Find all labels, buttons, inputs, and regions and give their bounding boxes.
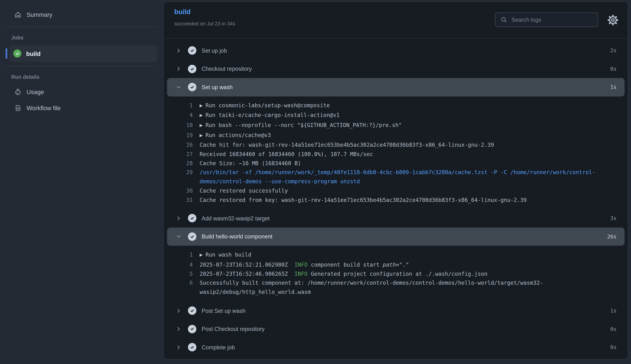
step-duration: 3s	[610, 215, 616, 221]
sidebar-item-label: Workflow file	[27, 104, 61, 111]
step-row[interactable]: Build hello-world component26s	[167, 228, 624, 246]
sidebar-item-usage[interactable]: Usage	[10, 84, 157, 100]
log-line-text: ▶Run cosmonic-labs/setup-wash@composite	[200, 101, 600, 110]
step-name: Post Set up wash	[202, 307, 245, 314]
log-line-number[interactable]: 28	[164, 158, 193, 168]
step-name: Build hello-world component	[202, 233, 272, 240]
step-success-icon	[188, 46, 196, 55]
log-segment: /usr/bin/tar -xf /home/runner/work/_temp…	[200, 169, 595, 184]
step-row[interactable]: Set up wash1s	[167, 78, 624, 96]
log-line-number[interactable]: 1	[164, 250, 193, 259]
log-group-line[interactable]: 4▶Run taiki-e/cache-cargo-install-action…	[164, 111, 600, 120]
stopwatch-icon	[15, 88, 21, 95]
log-segment: Cache hit for: wash-git-rev-14a51ee71ec6…	[200, 142, 494, 148]
log-line-number[interactable]: 29	[164, 168, 193, 177]
step-row[interactable]: Complete job0s	[164, 338, 628, 356]
home-icon	[15, 11, 21, 18]
search-logs-input[interactable]	[511, 16, 593, 24]
sidebar-item-job-build[interactable]: build	[10, 45, 157, 62]
log-segment: component build start	[308, 261, 383, 268]
step-name: Set up job	[202, 47, 227, 54]
step-row[interactable]: Add wasm32-wasip2 target3s	[164, 209, 628, 228]
log-line-text: Cache hit for: wash-git-rev-14a51ee71ec6…	[200, 140, 600, 150]
step-name: Post Checkout repository	[202, 326, 264, 332]
log-line-text: ▶Run actions/cache@v3	[200, 130, 600, 140]
actions-run-page: Summary Jobs build Run details Usage Wor…	[0, 0, 631, 364]
step-success-icon	[188, 214, 196, 222]
run-details-heading: Run details	[0, 70, 163, 84]
log-line-number[interactable]: 27	[164, 150, 193, 159]
chevron-right-icon	[176, 308, 182, 314]
log-segment: Successfully built component at: /home/r…	[200, 280, 543, 295]
log-segment: Cache Size: ~16 MB (16834460 B)	[200, 160, 301, 166]
log-group-line[interactable]: 10▶Run bash --noprofile --norc "${GITHUB…	[164, 120, 600, 130]
step-success-icon	[188, 306, 196, 315]
log-line: 52025-07-23T16:52:46.906265Z INFO Genera…	[164, 269, 600, 278]
chevron-down-icon	[176, 84, 182, 90]
search-icon	[501, 16, 507, 23]
step-logs: 1▶Run cosmonic-labs/setup-wash@composite…	[164, 96, 628, 209]
expand-arrow-icon: ▶	[200, 133, 203, 137]
log-group-line[interactable]: 19▶Run actions/cache@v3	[164, 130, 600, 140]
step-row[interactable]: Set up job2s	[164, 42, 628, 60]
step-success-icon	[188, 343, 196, 352]
step-duration: 0s	[610, 344, 616, 350]
log-line-number[interactable]: 30	[164, 186, 193, 195]
chevron-right-icon	[176, 66, 182, 72]
job-success-icon	[13, 50, 22, 58]
sidebar-item-label: Summary	[27, 11, 52, 18]
log-line-text: 2025-07-23T16:52:46.906265Z INFO Generat…	[200, 269, 600, 278]
step-name: Set up wash	[202, 84, 233, 90]
job-title-link[interactable]: build	[174, 8, 191, 16]
expand-arrow-icon: ▶	[200, 103, 203, 108]
log-segment: Run cosmonic-labs/setup-wash@composite	[206, 102, 330, 108]
log-line-number[interactable]: 19	[164, 130, 193, 140]
sidebar-item-label: Usage	[27, 88, 44, 95]
sidebar-item-workflow-file[interactable]: Workflow file	[10, 100, 157, 116]
chevron-right-icon	[176, 216, 182, 221]
log-line-number[interactable]: 5	[164, 269, 193, 278]
log-segment: ="."	[396, 261, 409, 268]
step-success-icon	[188, 325, 196, 333]
chevron-down-icon	[176, 234, 182, 240]
log-segment: INFO	[294, 261, 308, 268]
log-segment: 2025-07-23T16:52:21.062980Z	[200, 261, 294, 268]
log-group-line[interactable]: 1▶Run cosmonic-labs/setup-wash@composite	[164, 101, 600, 110]
log-settings-button[interactable]	[607, 15, 618, 25]
steps-list: Set up job2sCheckout repository0sSet up …	[164, 38, 628, 356]
log-segment: 2025-07-23T16:52:46.906265Z	[200, 270, 294, 277]
log-line-number[interactable]: 4	[164, 260, 193, 269]
log-line: 29/usr/bin/tar -xf /home/runner/work/_te…	[164, 168, 600, 186]
log-line-number[interactable]: 26	[164, 140, 193, 150]
log-segment: path	[383, 261, 396, 268]
step-row[interactable]: Post Checkout repository0s	[164, 320, 628, 338]
step-row[interactable]: Checkout repository0s	[164, 60, 628, 78]
expand-arrow-icon: ▶	[200, 113, 203, 118]
log-line: 28Cache Size: ~16 MB (16834460 B)	[164, 158, 600, 168]
step-duration: 1s	[610, 308, 616, 314]
log-line-number[interactable]: 1	[164, 101, 193, 110]
chevron-right-icon	[176, 326, 182, 332]
sidebar: Summary Jobs build Run details Usage Wor…	[0, 0, 163, 364]
log-line-number[interactable]: 31	[164, 195, 193, 204]
search-logs-box[interactable]	[495, 12, 598, 27]
chevron-right-icon	[176, 48, 182, 53]
log-line: 6Successfully built component at: /home/…	[164, 278, 600, 296]
job-header: build succeeded on Jul 23 in 34s	[164, 2, 628, 38]
log-line-text: Cache restored from key: wash-git-rev-14…	[200, 195, 600, 204]
log-group-line[interactable]: 1▶Run wash build	[164, 250, 600, 260]
log-line: 26Cache hit for: wash-git-rev-14a51ee71e…	[164, 140, 600, 150]
log-line-number[interactable]: 4	[164, 111, 193, 120]
log-segment: Generated project configuration at ./.wa…	[308, 270, 488, 277]
job-status-text: succeeded on Jul 23 in 34s	[174, 21, 235, 26]
step-row[interactable]: Post Set up wash1s	[164, 302, 628, 320]
step-duration: 2s	[610, 48, 616, 54]
sidebar-divider	[6, 26, 157, 27]
log-line-text: Received 16834460 of 16834460 (100.0%), …	[200, 150, 600, 159]
log-segment: Run bash --noprofile --norc "${GITHUB_AC…	[206, 122, 402, 128]
log-line-number[interactable]: 6	[164, 278, 193, 288]
sidebar-item-summary[interactable]: Summary	[10, 6, 157, 22]
step-name: Add wasm32-wasip2 target	[202, 215, 270, 222]
log-line-number[interactable]: 10	[164, 120, 193, 130]
step-success-icon	[188, 232, 196, 241]
